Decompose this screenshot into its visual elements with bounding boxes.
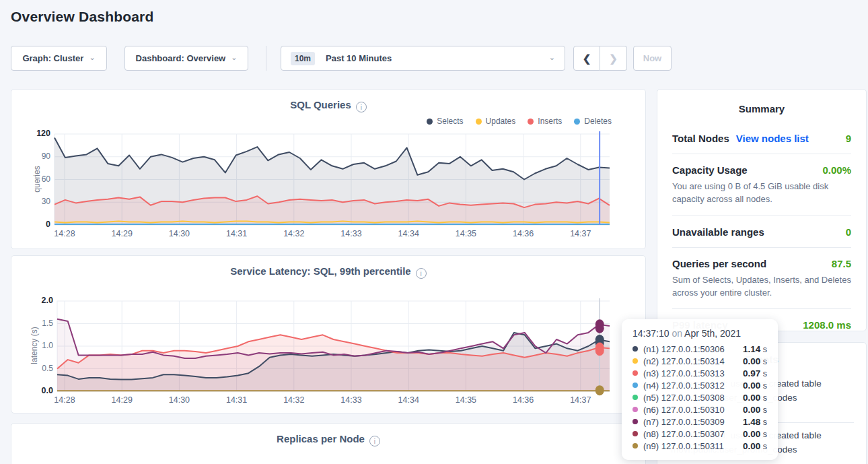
- x-axis-tick: 14:32: [279, 395, 309, 405]
- tooltip-row: (n2) 127.0.0.1:503140.00 s: [632, 355, 767, 367]
- time-range-label: Past 10 Minutes: [326, 53, 544, 63]
- unavailable-ranges-value: 0: [846, 226, 851, 238]
- tooltip-row: (n3) 127.0.0.1:503130.97 s: [632, 367, 767, 379]
- x-axis-tick: 14:35: [451, 395, 480, 405]
- time-next-button[interactable]: ❯: [600, 46, 627, 71]
- chevron-down-icon: ⌄: [231, 53, 237, 62]
- y-axis-label: latency (s): [30, 319, 39, 372]
- sql-plot[interactable]: [11, 90, 647, 250]
- series-dot-icon: [632, 443, 638, 449]
- sql-queries-chart[interactable]: 120906030014:2814:2914:3014:3114:3214:33…: [11, 90, 645, 248]
- x-axis-tick: 14:30: [164, 395, 194, 405]
- tooltip-row: (n8) 127.0.0.1:503070.00 s: [632, 428, 767, 440]
- view-nodes-list-link[interactable]: View nodes list: [736, 133, 809, 144]
- summary-title: Summary: [657, 90, 866, 114]
- tooltip-node-label: (n8) 127.0.0.1:50307: [643, 429, 737, 439]
- tooltip-node-unit: s: [760, 369, 767, 378]
- qps-label: Queries per second: [672, 258, 766, 269]
- tooltip-row: (n9) 127.0.0.1:503110.00 s: [632, 440, 767, 452]
- tooltip-node-value: 0.00 s: [743, 356, 767, 366]
- tooltip-node-label: (n3) 127.0.0.1:50313: [643, 368, 737, 378]
- series-dot-icon: [632, 358, 638, 364]
- dashboard-dropdown[interactable]: Dashboard: Overview ⌄: [124, 46, 248, 71]
- x-axis-tick: 14:35: [451, 229, 480, 238]
- series-dot-icon: [632, 419, 638, 424]
- x-axis-tick: 14:32: [279, 229, 309, 238]
- latency-plot[interactable]: [11, 256, 647, 414]
- tooltip-row: (n5) 127.0.0.1:503080.00 s: [632, 391, 767, 403]
- series-dot-icon: [632, 407, 638, 412]
- series-dot-icon: [632, 383, 638, 388]
- tooltip-node-label: (n4) 127.0.0.1:50312: [643, 380, 737, 391]
- tooltip-node-value: 0.00 s: [743, 393, 767, 403]
- x-axis-tick: 14:29: [107, 395, 137, 405]
- x-axis-tick: 14:28: [50, 395, 79, 405]
- series-line-updates: [55, 221, 610, 222]
- tooltip-timestamp: 14:37:10 on Apr 5th, 2021: [632, 328, 767, 339]
- tooltip-node-unit: s: [760, 418, 767, 427]
- tooltip-node-label: (n2) 127.0.0.1:50314: [643, 356, 737, 366]
- x-axis-tick: 14:33: [336, 229, 366, 238]
- tooltip-node-unit: s: [760, 393, 767, 403]
- chevron-right-icon: ❯: [609, 53, 618, 65]
- graph-dropdown[interactable]: Graph: Cluster ⌄: [11, 46, 107, 71]
- tooltip-node-value: 1.14 s: [743, 344, 767, 354]
- qps-desc: Sum of Selects, Updates, Inserts, and De…: [672, 274, 851, 300]
- x-axis-tick: 14:36: [509, 395, 538, 405]
- series-dot-icon: [632, 395, 638, 400]
- time-range-dropdown[interactable]: 10m Past 10 Minutes ⌄: [281, 46, 565, 71]
- series-dot-icon: [632, 346, 638, 352]
- tooltip-node-unit: s: [760, 345, 767, 354]
- tooltip-node-label: (n1) 127.0.0.1:50306: [643, 344, 737, 354]
- summary-panel: Summary Total Nodes View nodes list 9 Ca…: [657, 89, 867, 331]
- tooltip-node-unit: s: [760, 357, 767, 366]
- x-axis-tick: 14:36: [509, 229, 538, 238]
- hover-dot: [595, 323, 604, 333]
- time-prev-button[interactable]: ❮: [573, 46, 600, 71]
- y-axis-tick: 120: [20, 129, 50, 138]
- series-dot-icon: [632, 431, 638, 436]
- hover-dot: [595, 345, 604, 356]
- qps-value: 87.5: [832, 258, 851, 269]
- summary-row-total-nodes: Total Nodes View nodes list 9: [672, 123, 851, 154]
- chevron-down-icon: ⌄: [89, 53, 95, 62]
- toolbar-divider: [266, 46, 266, 71]
- tooltip-node-value: 0.00 s: [743, 441, 767, 451]
- tooltip-node-label: (n9) 127.0.0.1:50311: [643, 441, 737, 451]
- page-title: Overview Dashboard: [11, 9, 154, 25]
- tooltip-node-value: 0.00 s: [743, 405, 767, 415]
- summary-row-capacity: Capacity Usage 0.00% You are using 0 B o…: [672, 154, 851, 216]
- x-axis-tick: 14:37: [566, 229, 595, 238]
- chart-hover-tooltip: 14:37:10 on Apr 5th, 2021 (n1) 127.0.0.1…: [622, 319, 778, 460]
- chevron-left-icon: ❮: [583, 53, 591, 65]
- tooltip-node-value: 0.00 s: [743, 380, 767, 391]
- hover-dot: [595, 385, 604, 395]
- y-axis-tick: 0: [20, 220, 50, 229]
- x-axis-tick: 14:37: [566, 395, 595, 405]
- replicas-panel: Replicas per Nodei: [11, 423, 646, 464]
- info-icon[interactable]: i: [369, 436, 380, 446]
- capacity-usage-label: Capacity Usage: [672, 164, 748, 176]
- tooltip-node-value: 0.00 s: [743, 429, 767, 439]
- tooltip-row: (n6) 127.0.0.1:503100.00 s: [632, 403, 767, 416]
- now-button-label: Now: [643, 53, 661, 63]
- capacity-usage-desc: You are using 0 B of 4.5 GiB usable disk…: [672, 180, 851, 206]
- tooltip-node-unit: s: [760, 405, 767, 415]
- latency-chart[interactable]: 2.01.51.00.50.014:2814:2914:3014:3114:32…: [11, 256, 645, 413]
- p99-latency-value: 1208.0 ms: [803, 319, 851, 331]
- y-axis-label: queries: [32, 152, 42, 206]
- time-window-badge: 10m: [291, 52, 315, 65]
- sql-queries-panel: SQL Queriesi SelectsUpdatesInsertsDelete…: [11, 89, 646, 249]
- dashboard-dropdown-label: Dashboard: Overview: [136, 53, 226, 63]
- tooltip-row: (n4) 127.0.0.1:503120.00 s: [632, 379, 767, 391]
- tooltip-row: (n1) 127.0.0.1:503061.14 s: [632, 343, 767, 355]
- series-dot-icon: [632, 370, 638, 376]
- total-nodes-value: 9: [846, 133, 851, 144]
- tooltip-node-label: (n7) 127.0.0.1:50309: [643, 417, 737, 427]
- now-button[interactable]: Now: [633, 46, 672, 71]
- tooltip-node-unit: s: [760, 430, 767, 439]
- tooltip-row: (n7) 127.0.0.1:503091.48 s: [632, 416, 767, 428]
- tooltip-node-label: (n6) 127.0.0.1:50310: [643, 405, 737, 415]
- tooltip-node-label: (n5) 127.0.0.1:50308: [643, 393, 737, 403]
- x-axis-tick: 14:31: [222, 229, 252, 238]
